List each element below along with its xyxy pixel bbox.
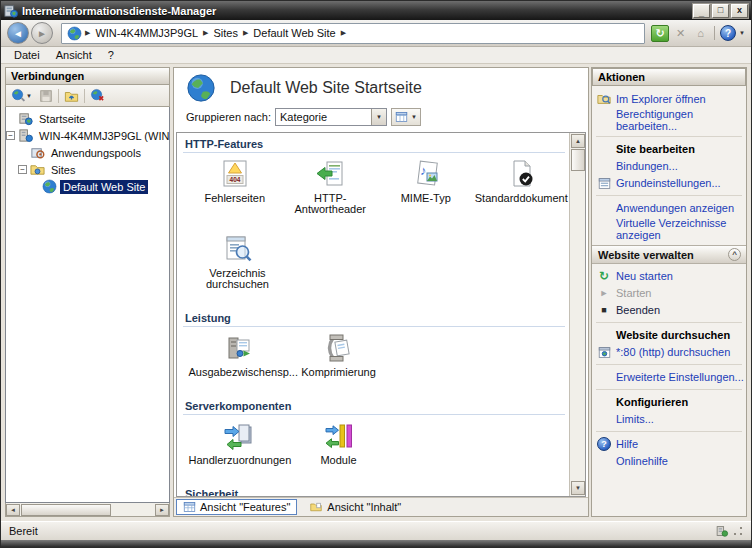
svg-text:404: 404 (229, 176, 240, 183)
forward-button[interactable]: ► (31, 22, 53, 44)
globe-icon (67, 26, 82, 41)
action-bindings[interactable]: Bindungen... (592, 158, 746, 174)
tree-item-server[interactable]: − WIN-4K4MMJ3P9GL (WIN-4K4MM (6, 127, 169, 144)
section-title: Leistung (183, 309, 565, 327)
close-button[interactable]: x (731, 4, 748, 18)
browse-site-icon (598, 346, 611, 359)
feature-response-headers[interactable]: HTTP-Antwortheader (283, 158, 379, 215)
save-connections-button[interactable] (37, 87, 55, 105)
vscroll-thumb[interactable] (571, 149, 585, 171)
breadcrumb-arrow-icon[interactable]: ▶ (341, 29, 346, 37)
group-by-select[interactable]: Kategorie ▼ (275, 108, 387, 126)
connections-toolbar: ▼ (5, 85, 170, 107)
status-text: Bereit (9, 525, 38, 537)
feature-output-caching[interactable]: Ausgabezwischensp... (187, 332, 288, 378)
scroll-up-icon[interactable]: ▲ (571, 134, 585, 148)
feature-mime-type[interactable]: ♪ MIME-Typ (378, 158, 474, 215)
features-view-icon (183, 501, 196, 513)
section-security: Sicherheit (183, 485, 569, 496)
connections-hscrollbar[interactable]: ◄ ► (5, 503, 170, 517)
breadcrumb-server[interactable]: WIN-4K4MMJ3P9GL (95, 27, 198, 39)
action-view-virtual-directories[interactable]: Virtuelle Verzeichnisse anzeigen (592, 217, 746, 241)
breadcrumb-arrow-icon[interactable]: ▶ (243, 29, 248, 37)
response-headers-icon (314, 158, 346, 190)
actions-panel: Aktionen Im Explorer öffnen Berechtigung… (591, 67, 747, 517)
refresh-button[interactable]: ↻ (651, 25, 669, 42)
collapse-expander-icon[interactable]: − (18, 165, 27, 174)
feature-default-document[interactable]: Standarddokument (474, 158, 570, 215)
action-basic-settings[interactable]: Grundeinstellungen... (592, 175, 746, 191)
home-button[interactable]: ⌂ (692, 25, 709, 41)
feature-modules[interactable]: Module (288, 420, 389, 466)
tab-features-view[interactable]: Ansicht "Features" (176, 499, 297, 515)
status-server-icon (715, 525, 729, 538)
action-start[interactable]: ► Starten (592, 285, 746, 301)
menu-view[interactable]: Ansicht (49, 48, 99, 62)
stop-load-button[interactable]: ✕ (672, 25, 689, 41)
minimize-button[interactable]: _ (693, 4, 710, 18)
action-online-help[interactable]: Onlinehilfe (592, 453, 746, 469)
help-dropdown-caret-icon[interactable]: ▼ (739, 30, 745, 36)
server-icon (18, 128, 33, 143)
feature-handler-mappings[interactable]: Handlerzuordnungen (187, 420, 288, 466)
feature-error-pages[interactable]: 404 Fehlerseiten (187, 158, 283, 215)
tree-item-app-pools[interactable]: Anwendungspools (6, 144, 169, 161)
tab-content-view[interactable]: Ansicht "Inhalt" (303, 499, 407, 515)
action-stop[interactable]: ■ Beenden (592, 302, 746, 318)
window-title: Internetinformationsdienste-Manager (22, 5, 693, 17)
feature-compression[interactable]: Komprimierung (288, 332, 389, 378)
section-title: Sicherheit (183, 485, 565, 496)
breadcrumb-arrow-icon[interactable]: ▶ (203, 29, 208, 37)
action-edit-permissions[interactable]: Berechtigungen bearbeiten... (592, 108, 746, 132)
up-level-button[interactable] (62, 87, 81, 105)
scroll-down-icon[interactable]: ▼ (571, 481, 585, 495)
actions-separator (596, 322, 742, 323)
collapse-expander-icon[interactable]: − (6, 131, 15, 140)
action-help[interactable]: ? Hilfe (592, 436, 746, 452)
action-restart[interactable]: ↻ Neu starten (592, 268, 746, 284)
section-title: HTTP-Features (183, 135, 565, 153)
features-vscrollbar[interactable]: ▲ ▼ (569, 133, 585, 496)
breadcrumb-bar[interactable]: ▶ WIN-4K4MMJ3P9GL ▶ Sites ▶ Default Web … (61, 23, 645, 44)
website-globe-icon (42, 179, 57, 194)
page-header: Default Web Site Startseite (174, 68, 588, 104)
feature-directory-browsing[interactable]: Verzeichnis durchsuchen (187, 233, 288, 290)
combo-caret-icon[interactable]: ▼ (371, 109, 386, 125)
delete-connection-button[interactable] (88, 87, 107, 105)
menu-help[interactable]: ? (101, 48, 121, 62)
scroll-right-icon[interactable]: ► (155, 504, 169, 516)
back-button[interactable]: ◄ (7, 22, 29, 44)
toolbar-separator (714, 26, 715, 40)
view-mode-button[interactable]: ▼ (391, 108, 421, 126)
folder-up-icon (64, 89, 79, 103)
action-open-in-explorer[interactable]: Im Explorer öffnen (592, 91, 746, 107)
tree-item-startseite[interactable]: Startseite (6, 110, 169, 127)
section-http-features: HTTP-Features 404 Fehlerseiten HTTP-Antw… (183, 135, 569, 303)
create-connection-button[interactable]: ▼ (9, 87, 34, 105)
breadcrumb-sites[interactable]: Sites (213, 27, 237, 39)
action-browse-port-80[interactable]: *:80 (http) durchsuchen (592, 344, 746, 360)
group-by-label: Gruppieren nach: (186, 111, 271, 123)
default-document-icon (505, 158, 537, 190)
scroll-left-icon[interactable]: ◄ (6, 504, 20, 516)
menu-file[interactable]: Datei (7, 48, 47, 62)
actions-separator (596, 364, 742, 365)
start-icon: ► (596, 285, 612, 301)
hscroll-thumb[interactable] (21, 504, 111, 516)
grid-view-icon (395, 111, 408, 123)
action-limits[interactable]: Limits... (592, 411, 746, 427)
main-area: Verbindungen ▼ (1, 64, 751, 521)
toolbar-separator (58, 89, 59, 103)
resize-grip[interactable] (733, 526, 743, 536)
collapse-section-button[interactable]: ^ (728, 248, 741, 261)
handler-mappings-icon (222, 420, 254, 452)
help-button[interactable]: ? (720, 25, 736, 41)
tree-item-sites[interactable]: − Sites (6, 161, 169, 178)
action-view-applications[interactable]: Anwendungen anzeigen (592, 200, 746, 216)
tree-item-default-web-site[interactable]: Default Web Site (6, 178, 169, 195)
action-advanced-settings[interactable]: Erweiterte Einstellungen... (592, 369, 746, 385)
window-bottom-frame (1, 540, 751, 547)
actions-separator (596, 195, 742, 196)
breadcrumb-site[interactable]: Default Web Site (253, 27, 335, 39)
maximize-button[interactable]: □ (712, 4, 729, 18)
